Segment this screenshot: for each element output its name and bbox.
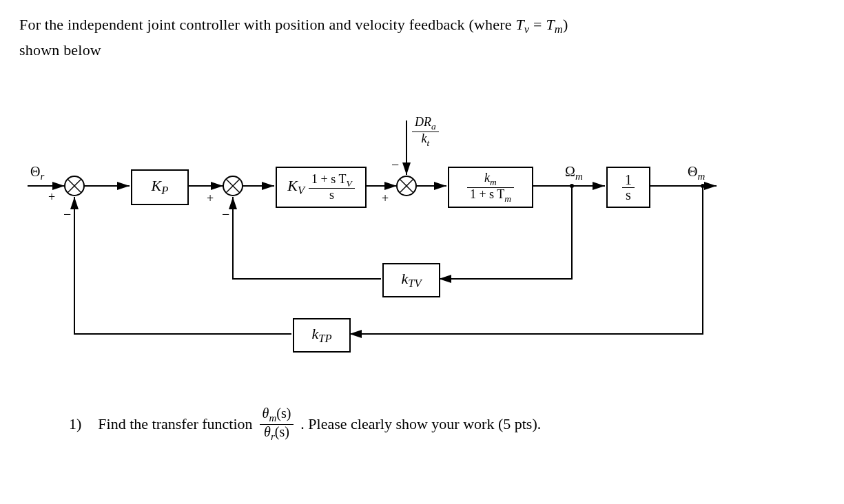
omega-m-sym: Ω [565,164,575,179]
block-integrator: 1 s [606,167,650,208]
intro-text: For the independent joint controller wit… [19,14,825,61]
block-ktv: kTV [382,263,440,297]
block-kp: KP [131,169,189,205]
omega-m-sub: m [575,171,583,182]
kv-num: 1 + s T [311,172,346,186]
ktp-sub: TP [318,332,331,345]
sum1-plus: + [48,190,55,204]
q1-frac-den-arg: (s) [275,424,289,439]
block-ktp: kTP [293,318,351,353]
sum1-minus: − [63,207,71,222]
dist-num-sub: a [431,121,436,132]
theta-r-sub: r [40,171,44,182]
int-den: s [626,187,631,202]
plant-num-sub: m [490,176,497,187]
Tv-sym: T [515,16,524,33]
kv-num-sub: V [346,178,351,188]
q1-frac-den-sym: θ [264,424,271,439]
input-label: Θr [30,164,44,182]
intro-line2: shown below [19,39,825,61]
q1-frac-num-sub: m [269,412,276,423]
theta-m-sym: Θ [688,164,697,179]
block-plant: km 1 + s Tm [448,167,533,208]
kv-den: s [329,188,334,202]
intro-eq: = [529,16,546,33]
int-num: 1 [625,172,632,187]
diagram-wires [21,110,744,358]
Tm-sub: m [555,23,563,36]
kv-sub: V [298,184,305,197]
plant-den-sub: m [504,193,511,203]
ktv-k: k [401,270,408,287]
kp-K: K [152,177,162,194]
output-label: Θm [688,164,705,182]
ktv-sub: TV [408,277,421,290]
q1-frac-num-sym: θ [263,406,269,421]
Tm-sym: T [546,16,554,33]
intro-line1-b: ) [563,16,568,33]
question-1: 1) Find the transfer function θm(s) θr(s… [69,406,541,443]
dist-den-sub: t [426,137,429,147]
sum3-minus: − [391,157,399,173]
theta-m-sub: m [697,171,705,182]
kv-K: K [287,177,298,194]
disturbance-label: DRa kt [412,116,439,148]
q1-number: 1) [69,415,81,433]
q1-text-b: . Please clearly show your work (5 pts). [300,415,541,433]
omega-m-label: Ωm [565,164,583,182]
sum2-plus: + [207,191,214,206]
q1-frac-num-arg: (s) [276,406,291,421]
plant-num: k [484,171,490,185]
block-kv: KV 1 + s TV s [276,167,367,208]
dist-num: DR [415,115,431,129]
plant-den-a: 1 + s T [470,187,504,201]
theta-r-sym: Θ [30,164,40,179]
block-diagram: Θr + − KP + − KV 1 + s TV s + − [21,110,744,358]
q1-text-a: Find the transfer function [98,415,252,433]
intro-line1-a: For the independent joint controller wit… [19,16,515,33]
ktp-k: k [311,325,318,342]
kp-sub: P [161,184,168,197]
sum2-minus: − [222,207,229,222]
sum3-plus: + [382,191,389,206]
